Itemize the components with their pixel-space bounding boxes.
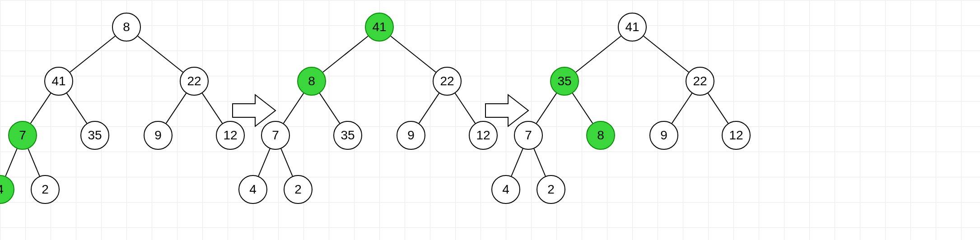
node-value: 12	[729, 128, 743, 143]
node-value: 4	[0, 182, 4, 197]
svg-line-23	[534, 149, 545, 176]
svg-line-0	[70, 36, 115, 72]
tree-node: 8	[112, 13, 141, 42]
svg-line-15	[281, 149, 292, 176]
arrow-right-icon	[483, 90, 533, 131]
svg-line-2	[31, 93, 51, 124]
tree-node: 12	[722, 121, 751, 150]
node-value: 22	[693, 74, 707, 88]
svg-line-8	[323, 36, 368, 72]
tree-node: 22	[686, 67, 714, 96]
svg-line-14	[258, 149, 270, 176]
node-value: 35	[341, 128, 355, 143]
tree-node: 41	[618, 13, 647, 42]
svg-line-4	[166, 93, 186, 124]
tree-node: 41	[365, 13, 394, 42]
tree-node: 9	[397, 121, 425, 150]
node-value: 2	[42, 182, 49, 197]
node-value: 4	[249, 182, 257, 197]
svg-line-12	[419, 93, 439, 124]
node-value: 35	[557, 74, 571, 88]
tree-node: 22	[180, 67, 209, 96]
svg-line-10	[284, 93, 303, 124]
node-value: 4	[502, 182, 509, 197]
svg-line-11	[320, 93, 340, 124]
node-value: 8	[308, 74, 315, 88]
tree-node: 41	[44, 67, 73, 96]
svg-line-17	[644, 36, 689, 72]
tree-node: 4	[491, 175, 520, 204]
svg-line-5	[202, 93, 222, 124]
node-value: 41	[51, 74, 65, 88]
node-value: 7	[19, 128, 26, 143]
svg-line-20	[672, 93, 692, 124]
svg-line-18	[537, 93, 556, 124]
svg-line-7	[28, 149, 39, 176]
tree-edges	[506, 0, 786, 240]
svg-line-3	[67, 93, 87, 124]
node-value: 9	[660, 128, 667, 143]
tree-node: 2	[31, 175, 60, 204]
tree-node: 7	[8, 121, 37, 150]
tree-node: 9	[649, 121, 678, 150]
tree-node: 22	[433, 67, 462, 96]
tree-node: 4	[238, 175, 267, 204]
tree-stage-3: 4135227891242	[506, 0, 786, 240]
svg-line-6	[5, 149, 17, 176]
tree-node: 2	[537, 175, 565, 204]
tree-node: 8	[297, 67, 326, 96]
svg-line-16	[576, 36, 621, 72]
tree-node: 9	[144, 121, 173, 150]
svg-line-19	[573, 93, 593, 124]
node-value: 9	[154, 128, 162, 143]
node-value: 22	[187, 74, 201, 88]
node-value: 8	[123, 20, 130, 34]
node-value: 2	[547, 182, 555, 197]
node-value: 35	[88, 128, 102, 143]
node-value: 41	[372, 20, 386, 34]
tree-node: 35	[550, 67, 579, 96]
node-value: 8	[597, 128, 604, 143]
arrow-right-icon	[230, 90, 280, 131]
node-value: 22	[440, 74, 454, 88]
tree-node: 35	[333, 121, 362, 150]
svg-line-9	[391, 36, 436, 72]
svg-line-13	[455, 93, 475, 124]
svg-line-21	[708, 93, 728, 124]
node-value: 2	[294, 182, 302, 197]
node-value: 9	[407, 128, 415, 143]
node-value: 41	[625, 20, 639, 34]
tree-node: 8	[586, 121, 615, 150]
tree-node: 35	[80, 121, 109, 150]
svg-line-22	[511, 149, 523, 176]
svg-line-1	[138, 36, 183, 72]
tree-node: 2	[284, 175, 313, 204]
